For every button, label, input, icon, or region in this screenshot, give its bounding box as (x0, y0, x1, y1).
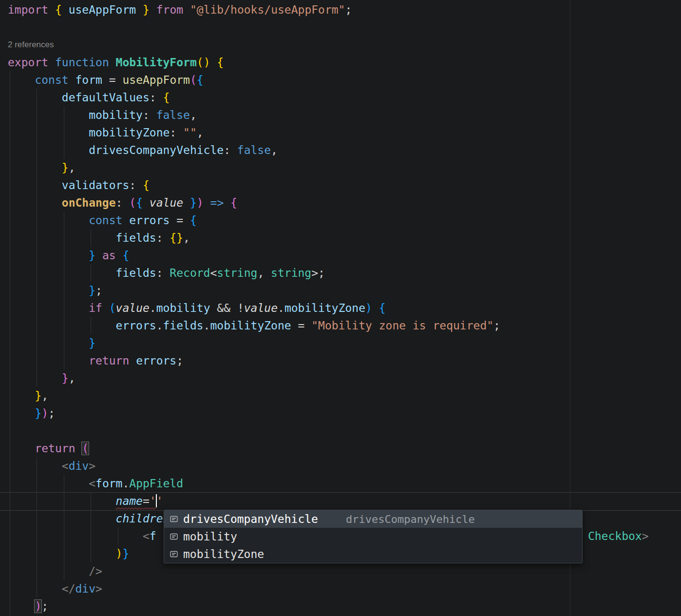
indent-guide (37, 492, 37, 510)
code-line: drivesCompanyVehicle: false, (8, 141, 681, 159)
code-line (8, 422, 681, 440)
indent-space (8, 477, 89, 490)
indent-guide (10, 457, 10, 475)
code-token: > (95, 582, 102, 595)
code-token: const (35, 74, 68, 86)
code-token (109, 56, 116, 69)
indent-guide (10, 282, 10, 299)
code-token: Record (170, 267, 210, 279)
indent-space (8, 495, 116, 507)
codelens-references[interactable]: 2 references (8, 40, 54, 49)
code-line (8, 19, 681, 36)
code-token: , (69, 161, 76, 174)
code-token: /> (89, 565, 102, 578)
code-token: , (190, 109, 197, 121)
code-token: ) (116, 547, 123, 560)
code-token (48, 3, 55, 16)
code-token (69, 74, 76, 86)
code-token: , (271, 144, 278, 156)
indent-guide (37, 194, 37, 212)
code-token: name (116, 495, 143, 507)
code-token: "Mobility zone is required" (311, 319, 493, 332)
code-token: ( (82, 442, 89, 455)
indent-guide (37, 159, 37, 176)
code-line: /> (8, 562, 681, 580)
code-token: , (69, 372, 76, 385)
code-token: >; (311, 267, 325, 279)
code-token: { (136, 196, 143, 209)
indent-guide (10, 510, 10, 527)
code-token (150, 3, 156, 16)
indent-guide (10, 404, 10, 422)
text-cursor (156, 494, 157, 507)
suggestion-item[interactable]: drivesCompanyVehicledrivesCompanyVehicle (164, 510, 582, 528)
indent-guide (37, 282, 37, 299)
code-token: = (298, 319, 305, 332)
indent-guide (64, 212, 64, 229)
code-line: }, (8, 369, 681, 387)
code-token: { (55, 3, 62, 16)
indent-guide (91, 264, 91, 282)
code-token: ; (95, 284, 102, 297)
code-token: : (156, 231, 170, 244)
code-token: } (122, 547, 129, 560)
code-token: if (89, 302, 102, 314)
code-token: onChange (62, 196, 116, 209)
code-token: , (41, 389, 48, 402)
code-token: , (197, 126, 204, 139)
code-token: import (8, 3, 48, 16)
code-line: fields: Record<string, string>; (8, 264, 681, 282)
suggestion-item[interactable]: mobility (164, 528, 582, 545)
code-token: } (190, 196, 197, 209)
code-line: validators: { (8, 176, 681, 194)
code-token: Checkbox (588, 530, 642, 542)
code-line: fields: {}, (8, 229, 681, 247)
indent-guide (64, 299, 64, 317)
indent-guide (91, 229, 91, 247)
suggestion-item[interactable]: mobilityZone (164, 545, 582, 563)
code-token: errors (129, 214, 170, 227)
code-line: }; (8, 282, 681, 299)
code-token (48, 56, 55, 69)
indent-space (8, 372, 62, 385)
code-token: } (62, 372, 69, 385)
code-token (183, 196, 190, 209)
code-token: => (210, 196, 224, 209)
code-line: }); (8, 404, 681, 422)
code-editor[interactable]: import { useAppForm } from "@lib/hooks/u… (0, 0, 681, 616)
indent-guide (64, 545, 64, 562)
code-token (136, 3, 143, 16)
code-token: value (150, 196, 183, 209)
code-token: : (129, 179, 143, 192)
code-token: false (156, 109, 190, 121)
indent-space (8, 231, 116, 244)
indent-space (8, 547, 116, 560)
code-token: } (89, 337, 95, 349)
indent-guide (37, 545, 37, 562)
code-token (102, 74, 109, 86)
indent-guide (10, 334, 10, 352)
code-token (204, 196, 210, 209)
code-line: ); (8, 597, 681, 615)
code-token: { (197, 74, 204, 86)
code-token: ) (197, 196, 204, 209)
code-token: ; (493, 319, 500, 332)
code-token (210, 56, 217, 69)
code-line: if (value.mobility && !value.mobilityZon… (8, 299, 681, 317)
code-token (129, 354, 136, 367)
code-token: "" (183, 126, 197, 139)
indent-guide (64, 527, 64, 545)
code-token: value (116, 302, 150, 314)
code-token: errors (136, 354, 176, 367)
code-token: fields (163, 319, 204, 332)
code-token: value (244, 302, 278, 314)
indent-guide (10, 562, 10, 580)
indent-guide (10, 580, 10, 597)
indent-guide (10, 89, 10, 106)
code-token: validators (62, 179, 129, 192)
code-token: } (62, 161, 69, 174)
indent-guide (37, 317, 37, 334)
indent-space (8, 249, 89, 262)
suggestion-label: mobility (183, 530, 237, 543)
code-token (183, 214, 190, 227)
